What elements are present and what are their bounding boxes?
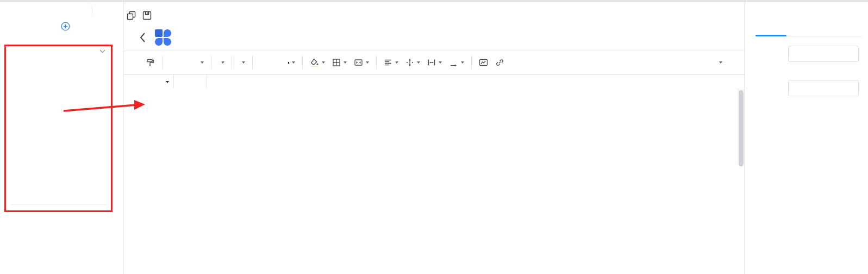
header-status: [711, 34, 716, 42]
highlight-box: [4, 45, 113, 212]
caret-icon: [417, 61, 420, 64]
toolbar-divider: [471, 56, 472, 69]
border-grid-icon: [332, 58, 341, 67]
insert-link-button[interactable]: [495, 58, 504, 67]
toolbar: [124, 51, 744, 74]
fill-color-dropdown[interactable]: [310, 58, 325, 67]
horizontal-align-dropdown[interactable]: [384, 58, 398, 67]
sidebar-divider: [11, 204, 107, 205]
text-rotate-icon: [449, 58, 458, 67]
vertical-align-dropdown[interactable]: [405, 58, 420, 67]
formula-input[interactable]: [207, 74, 744, 90]
caret-icon: [242, 61, 245, 64]
text-wrap-icon: [427, 58, 436, 67]
caret-icon: [221, 61, 224, 64]
merge-cells-icon: [354, 58, 363, 67]
caret-icon: [292, 61, 295, 64]
format-painter-button[interactable]: [146, 58, 155, 67]
align-left-icon: [384, 58, 392, 67]
config-panel: [745, 2, 868, 274]
caret-icon: [395, 61, 398, 64]
copy-icon[interactable]: [127, 11, 136, 20]
font-family-dropdown[interactable]: [218, 61, 224, 64]
borders-dropdown[interactable]: [332, 58, 347, 67]
more-dropdown[interactable]: [716, 61, 736, 64]
mini-toolbar: [127, 11, 152, 20]
luckysheet-logo-icon: [155, 29, 172, 46]
chart-icon: [479, 58, 488, 67]
tab-active-indicator: [755, 35, 786, 36]
add-dataset-button[interactable]: [61, 22, 70, 33]
link-icon: [495, 58, 504, 67]
text-wrap-dropdown[interactable]: [427, 58, 442, 67]
toolbar-divider: [211, 56, 211, 69]
caret-icon: [719, 61, 722, 64]
caret-icon: [439, 61, 442, 64]
toolbar-divider: [232, 56, 232, 69]
name-box[interactable]: [124, 74, 174, 90]
font-size-dropdown[interactable]: [239, 61, 245, 64]
caret-icon: [344, 61, 347, 64]
number-format-dropdown[interactable]: [198, 61, 204, 64]
spreadsheet-grid: [124, 88, 738, 274]
sheet-header: [124, 24, 744, 51]
back-icon[interactable]: [139, 32, 146, 45]
caret-icon: [166, 81, 169, 83]
caret-icon: [201, 61, 204, 64]
coordinate-input[interactable]: [788, 46, 859, 62]
vertical-scrollbar[interactable]: [739, 90, 744, 166]
toolbar-divider: [252, 56, 253, 69]
font-color-dropdown[interactable]: [288, 61, 295, 64]
chevron-down-icon[interactable]: [99, 46, 105, 55]
save-icon[interactable]: [142, 11, 152, 20]
caret-icon: [366, 61, 369, 64]
caret-icon: [322, 61, 325, 64]
sidebar-corner-edge: [0, 3, 92, 16]
toolbar-divider: [162, 56, 163, 69]
insert-chart-button[interactable]: [479, 58, 488, 67]
text-rotate-dropdown[interactable]: [449, 58, 464, 67]
value-input[interactable]: [788, 80, 859, 96]
luckysheet-area: [123, 2, 745, 274]
toolbar-divider: [376, 56, 377, 69]
dataset-sidebar: [0, 2, 123, 274]
toolbar-divider: [302, 56, 303, 69]
caret-icon: [461, 61, 464, 64]
fill-color-icon: [310, 58, 319, 67]
plus-circle-icon: [61, 22, 70, 31]
merge-cells-dropdown[interactable]: [354, 58, 369, 67]
font-color-icon: [288, 62, 289, 64]
vertical-align-icon: [405, 58, 414, 67]
page: [0, 0, 868, 274]
